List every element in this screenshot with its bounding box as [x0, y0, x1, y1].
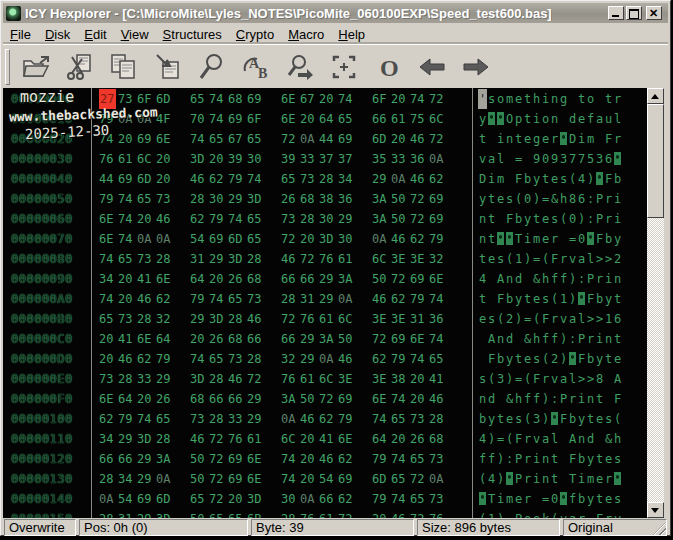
hex-byte[interactable]: 29 — [247, 389, 266, 409]
text-char[interactable]: s — [559, 169, 568, 189]
hex-byte[interactable]: 31 — [300, 289, 319, 309]
hex-byte[interactable]: 3D — [156, 509, 175, 518]
hex-byte[interactable]: 74 — [137, 409, 156, 429]
hex-byte[interactable]: 74 — [247, 169, 266, 189]
text-char[interactable]: b — [586, 349, 595, 369]
text-char[interactable]: l — [550, 429, 559, 449]
hex-byte[interactable]: 74 — [118, 229, 137, 249]
newline-block[interactable] — [551, 412, 558, 425]
hex-byte[interactable]: 46 — [118, 349, 137, 369]
hex-byte[interactable]: 79 — [410, 289, 429, 309]
text-char[interactable]: F — [487, 349, 496, 369]
text-char[interactable]: ) — [586, 169, 595, 189]
text-char[interactable]: P — [577, 329, 586, 349]
text-char[interactable]: = — [496, 429, 505, 449]
newline-block[interactable] — [614, 152, 621, 165]
hex-byte[interactable]: 72 — [281, 129, 300, 149]
text-char[interactable]: & — [523, 329, 532, 349]
text-char[interactable]: y — [604, 289, 613, 309]
hex-byte[interactable]: 6E — [99, 229, 118, 249]
hex-byte[interactable]: 61 — [319, 309, 338, 329]
hex-byte[interactable]: 46 — [190, 169, 209, 189]
text-char[interactable]: e — [487, 249, 496, 269]
hex-byte[interactable]: 29 — [156, 369, 175, 389]
hex-byte[interactable]: 29 — [209, 249, 228, 269]
hex-byte[interactable]: 74 — [391, 489, 410, 509]
text-char[interactable]: 4 — [478, 269, 487, 289]
text-char[interactable]: 0 — [541, 149, 550, 169]
hex-byte[interactable]: 3D — [137, 429, 156, 449]
text-char[interactable]: s — [613, 449, 622, 469]
text-char[interactable]: = — [505, 509, 514, 518]
hex-byte[interactable]: 66 — [372, 109, 391, 129]
text-char[interactable]: i — [487, 169, 496, 189]
hex-byte[interactable]: 29 — [137, 509, 156, 518]
hex-byte[interactable]: 37 — [338, 149, 357, 169]
text-char[interactable]: n — [541, 469, 550, 489]
hex-byte[interactable]: 3E — [391, 249, 410, 269]
text-char[interactable]: m — [532, 229, 541, 249]
text-char[interactable]: F — [505, 209, 514, 229]
text-char[interactable]: i — [613, 189, 622, 209]
hex-byte[interactable]: 73 — [247, 289, 266, 309]
hex-byte[interactable]: 20 — [209, 149, 228, 169]
hex-byte[interactable]: 65 — [391, 409, 410, 429]
hex-byte[interactable]: 41 — [118, 329, 137, 349]
hex-byte[interactable]: 62 — [372, 349, 391, 369]
hex-byte[interactable]: 44 — [319, 129, 338, 149]
hex-byte[interactable]: 75 — [410, 109, 429, 129]
text-char[interactable]: ( — [550, 509, 559, 518]
menu-crypto[interactable]: Crypto — [229, 25, 281, 44]
hex-byte[interactable]: 72 — [410, 209, 429, 229]
hex-byte[interactable]: 72 — [429, 89, 448, 109]
text-char[interactable]: i — [496, 489, 505, 509]
text-char[interactable]: e — [541, 229, 550, 249]
hex-byte[interactable]: 0A — [99, 489, 118, 509]
text-char[interactable]: e — [595, 469, 604, 489]
hex-byte[interactable]: 46 — [156, 209, 175, 229]
hex-byte[interactable]: 66 — [247, 329, 266, 349]
text-char[interactable]: ) — [496, 449, 505, 469]
hex-byte[interactable]: 65 — [99, 309, 118, 329]
hex-byte[interactable]: 74 — [281, 449, 300, 469]
text-char[interactable]: v — [478, 149, 487, 169]
hex-byte[interactable]: 76 — [99, 149, 118, 169]
hex-byte[interactable]: 28 — [319, 169, 338, 189]
text-char[interactable]: 4 — [478, 429, 487, 449]
hex-byte[interactable]: 74 — [338, 89, 357, 109]
text-char[interactable]: > — [595, 249, 604, 269]
hex-byte[interactable]: 28 — [300, 209, 319, 229]
hex-byte[interactable]: 6C — [372, 249, 391, 269]
text-char[interactable]: e — [532, 289, 541, 309]
newline-block[interactable] — [497, 232, 504, 245]
hex-byte[interactable]: 6E — [247, 469, 266, 489]
hex-byte[interactable]: 66 — [300, 269, 319, 289]
text-char[interactable]: 2 — [505, 309, 514, 329]
text-char[interactable]: t — [514, 349, 523, 369]
text-char[interactable]: i — [604, 269, 613, 289]
hex-byte[interactable]: 20 — [300, 429, 319, 449]
hex-byte[interactable]: 20 — [391, 429, 410, 449]
text-char[interactable]: ( — [532, 309, 541, 329]
replace-button[interactable]: A B — [234, 48, 278, 86]
hex-byte[interactable]: 65 — [156, 409, 175, 429]
text-char[interactable]: i — [523, 229, 532, 249]
forward-button[interactable] — [454, 48, 498, 86]
newline-block[interactable] — [596, 172, 603, 185]
text-char[interactable]: y — [532, 169, 541, 189]
text-char[interactable]: t — [514, 129, 523, 149]
scrollbar-thumb[interactable] — [647, 104, 664, 218]
hex-byte[interactable]: 6E — [156, 129, 175, 149]
hex-byte[interactable]: 28 — [118, 369, 137, 389]
text-char[interactable]: e — [577, 109, 586, 129]
text-char[interactable]: ( — [613, 409, 622, 429]
text-char[interactable]: 6 — [577, 189, 586, 209]
hex-byte[interactable]: 6D — [156, 489, 175, 509]
text-char[interactable]: > — [577, 369, 586, 389]
hex-byte[interactable]: 69 — [247, 89, 266, 109]
hex-byte[interactable]: 20 — [190, 329, 209, 349]
hex-byte[interactable]: 72 — [410, 509, 429, 518]
zero-offset-button[interactable]: O — [366, 48, 410, 86]
text-char[interactable]: > — [604, 249, 613, 269]
title-bar[interactable]: ICY Hexplorer - [C:\MicroMite\Lyles_NOTE… — [3, 3, 668, 23]
